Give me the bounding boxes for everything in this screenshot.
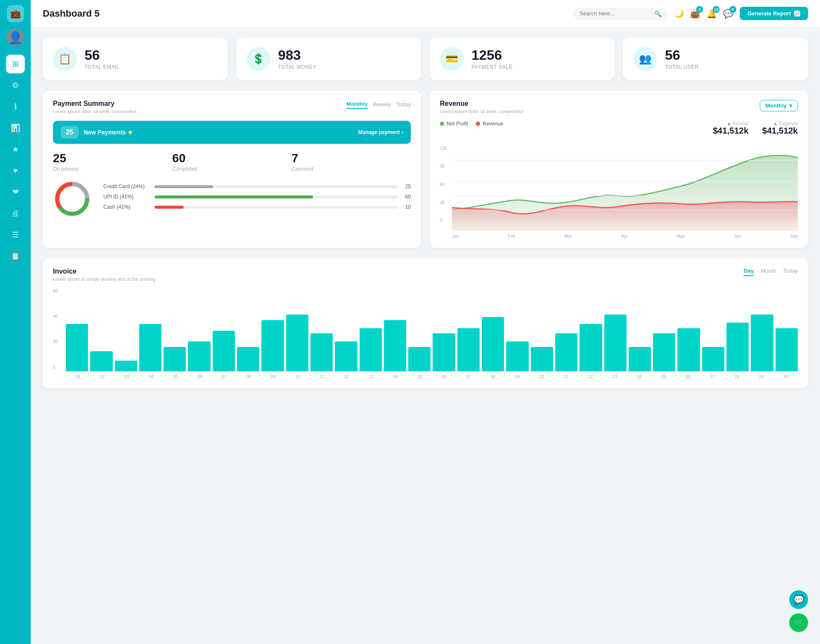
bar-item xyxy=(776,328,798,371)
sidebar-item-star[interactable]: ★ xyxy=(6,140,25,159)
bar-x-label: 07 xyxy=(212,374,237,379)
cart-float-btn[interactable]: 🛒 xyxy=(789,613,808,632)
bar-item xyxy=(115,361,137,371)
stats-numbers: 25 On process 60 Completed 7 Canceled xyxy=(53,152,411,172)
search-input[interactable] xyxy=(580,10,654,17)
expense-icon: ▲ xyxy=(773,121,778,126)
bar-item xyxy=(726,323,749,371)
completed-value: 60 xyxy=(172,152,291,165)
x-label-feb: Feb xyxy=(508,234,515,239)
page-title: Dashboard 5 xyxy=(43,8,574,19)
bar-item xyxy=(188,341,210,371)
bar-y-0: 0 xyxy=(53,365,58,370)
revenue-svg xyxy=(452,146,798,231)
x-label-july: July xyxy=(790,234,798,239)
invoice-tab-group: Day Month Today xyxy=(744,268,798,276)
new-payments-label: New Payments xyxy=(84,129,132,136)
sidebar-item-heart[interactable]: ❤ xyxy=(6,183,25,201)
progress-fill-credit xyxy=(155,185,213,188)
sidebar-item-settings[interactable]: ⚙ xyxy=(6,76,25,95)
stat-icon-payment: 💳 xyxy=(440,47,464,71)
bar-item xyxy=(555,333,577,371)
stat-icon-user: 👥 xyxy=(633,47,657,71)
generate-report-button[interactable]: Generate Report 📈 xyxy=(740,7,808,20)
stat-card-user: 👥 56 TOTAL USER xyxy=(623,38,808,80)
support-float-btn[interactable]: 💬 xyxy=(789,590,808,609)
bar-x-label: 10 xyxy=(285,374,310,379)
favorite-icon: ♥ xyxy=(13,166,18,175)
progress-bar-cash xyxy=(155,206,398,209)
user-avatar[interactable]: 👤 xyxy=(7,29,24,46)
sidebar-item-list[interactable]: ☰ xyxy=(6,225,25,244)
stat-card-payment: 💳 1256 PAYMENT SALE xyxy=(430,38,615,80)
legend-item-upi: UPI ID (41%) 60 xyxy=(103,194,411,200)
support-icon: 💬 xyxy=(794,594,804,605)
bell-badge: 12 xyxy=(713,6,720,13)
invoice-bar-chart: 60 40 20 0 01020304050607080910111213141… xyxy=(53,288,798,379)
sidebar-logo[interactable]: 💼 xyxy=(7,5,24,22)
bar-item xyxy=(531,347,553,371)
bell-btn[interactable]: 🔔 12 xyxy=(706,9,717,19)
bar-x-labels: 0102030405060708091011121314151617181920… xyxy=(66,374,798,379)
invoice-tab-day[interactable]: Day xyxy=(744,268,754,276)
search-icon: 🔍 xyxy=(654,10,662,17)
payment-summary-title-group: Payment Summary Lorem ipsum dolor sit am… xyxy=(53,100,137,114)
x-label-jan: Jan xyxy=(452,234,459,239)
invoice-subtitle: Lorem Ipsum is simply dummy text of the … xyxy=(53,277,155,282)
y-label-90: 90 xyxy=(440,164,447,169)
bar-item xyxy=(384,320,406,371)
bar-x-label: 20 xyxy=(530,374,554,379)
bar-item xyxy=(677,328,700,371)
sidebar-item-favorite[interactable]: ♥ xyxy=(6,161,25,180)
bar-x-label: 21 xyxy=(554,374,578,379)
search-box[interactable]: 🔍 xyxy=(574,8,668,20)
manage-payment-link[interactable]: Manage payment › xyxy=(358,129,403,135)
new-payments-dot xyxy=(129,131,132,134)
donut-chart xyxy=(53,180,91,218)
revenue-x-labels: Jan Feb Mar Apr May Jun July xyxy=(452,234,798,239)
chat-btn[interactable]: 💬 5 xyxy=(723,9,734,19)
sidebar-item-info[interactable]: ℹ xyxy=(6,97,25,116)
revenue-header: Revenue Lorem ipsum dolor sit amet, cons… xyxy=(440,100,798,114)
invoice-tab-month[interactable]: Month xyxy=(761,268,776,276)
wallet-badge: 2 xyxy=(696,6,703,13)
tab-today[interactable]: Today xyxy=(396,100,411,108)
sidebar-item-dashboard[interactable]: ⊞ xyxy=(6,55,25,73)
bar-item xyxy=(335,341,357,371)
invoice-tab-today[interactable]: Today xyxy=(783,268,798,276)
stat-info-payment: 1256 PAYMENT SALE xyxy=(472,48,512,70)
payment-summary-subtitle: Lorem ipsum dolor sit amet, consectetur xyxy=(53,109,137,114)
bar-x-label: 15 xyxy=(407,374,432,379)
wallet-btn[interactable]: 👜 2 xyxy=(690,9,700,19)
completed-label: Completed xyxy=(172,166,291,172)
bar-x-label: 04 xyxy=(139,374,163,379)
bar-x-label: 26 xyxy=(676,374,700,379)
tab-weekly[interactable]: Weekly xyxy=(373,100,391,108)
stat-value-user: 56 xyxy=(665,48,699,63)
legend-value-cash: 10 xyxy=(402,204,411,210)
bar-x-label: 05 xyxy=(164,374,188,379)
stat-icon-money: 💲 xyxy=(246,47,270,71)
tab-monthly[interactable]: Monthly xyxy=(346,100,368,109)
monthly-dropdown[interactable]: Monthly ▾ xyxy=(760,100,798,111)
bar-x-label: 11 xyxy=(310,374,334,379)
dark-mode-toggle[interactable]: 🌙 xyxy=(674,9,684,18)
sidebar-item-print[interactable]: 🖨 xyxy=(6,204,25,223)
bar-y-40: 40 xyxy=(53,314,58,319)
bar-item xyxy=(213,331,235,371)
legend-label-cash: Cash (41%) xyxy=(103,204,150,210)
bar-x-label: 23 xyxy=(603,374,627,379)
invoice-title: Invoice xyxy=(53,268,155,275)
payment-tab-group: Monthly Weekly Today xyxy=(346,100,411,109)
sidebar-item-report[interactable]: 📋 xyxy=(6,247,25,265)
invoice-title-group: Invoice Lorem Ipsum is simply dummy text… xyxy=(53,268,155,282)
chart-icon: 📈 xyxy=(794,10,800,17)
bar-item xyxy=(408,347,430,371)
stat-on-process: 25 On process xyxy=(53,152,172,172)
legend-item-cash: Cash (41%) 10 xyxy=(103,204,411,210)
bar-x-label: 03 xyxy=(114,374,139,379)
canceled-value: 7 xyxy=(292,152,411,165)
sidebar-item-analytics[interactable]: 📊 xyxy=(6,119,25,137)
info-icon: ℹ xyxy=(14,102,17,111)
new-payments-bar: 25 New Payments Manage payment › xyxy=(53,121,411,144)
